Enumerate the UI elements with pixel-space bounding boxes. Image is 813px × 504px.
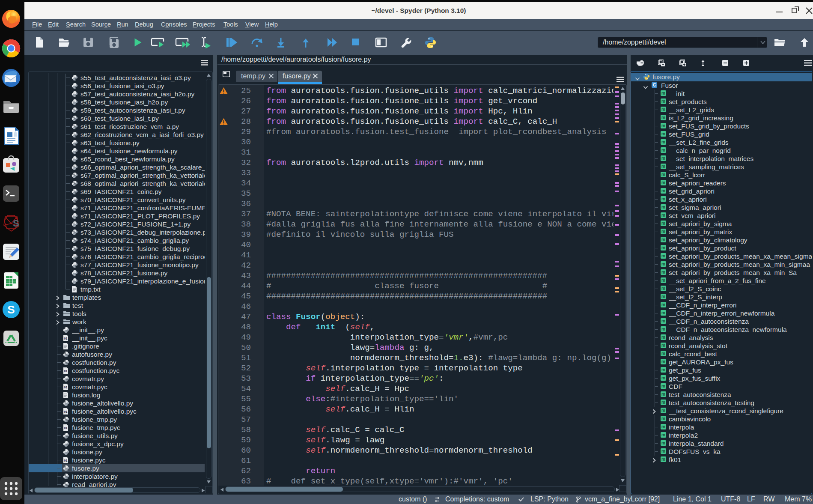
svg-text:S: S	[13, 218, 19, 229]
svg-text:01: 01	[64, 385, 68, 388]
svg-text:01: 01	[64, 459, 68, 462]
svg-text:S: S	[7, 303, 15, 316]
svg-text:01: 01	[64, 337, 68, 340]
svg-text:01: 01	[64, 426, 68, 429]
svg-text:01: 01	[64, 410, 68, 413]
svg-text:01: 01	[64, 369, 68, 372]
